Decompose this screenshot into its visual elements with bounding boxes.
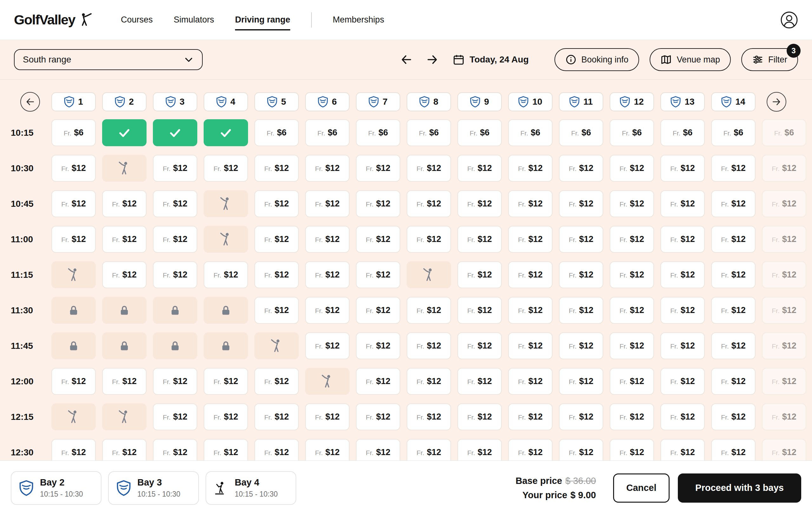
slot-cell-available[interactable]: Fr. $12 — [457, 439, 502, 460]
slot-cell-available[interactable]: Fr. $12 — [711, 297, 756, 324]
slot-cell-available[interactable]: Fr. $12 — [508, 368, 553, 395]
slot-cell-available[interactable]: Fr. $12 — [660, 155, 705, 182]
slot-cell-available[interactable]: Fr. $12 — [660, 226, 705, 253]
next-day-arrow-icon[interactable] — [426, 53, 439, 66]
slot-cell-available[interactable]: Fr. $12 — [305, 297, 350, 324]
slot-cell-available[interactable]: Fr. $12 — [711, 403, 756, 430]
bay-header-chip[interactable]: 11 — [559, 92, 603, 111]
slot-cell-available[interactable]: Fr. $12 — [559, 155, 603, 182]
slot-cell-available[interactable]: Fr. $12 — [407, 155, 451, 182]
scroll-bays-right-button[interactable] — [766, 92, 786, 112]
slot-cell-available[interactable]: Fr. $12 — [559, 368, 603, 395]
slot-cell-available[interactable]: Fr. $12 — [204, 261, 248, 288]
nav-item-simulators[interactable]: Simulators — [174, 15, 214, 25]
slot-cell-available[interactable]: Fr. $12 — [559, 439, 603, 460]
slot-cell-available[interactable]: Fr. $12 — [559, 403, 603, 430]
slot-cell-available[interactable]: Fr. $12 — [356, 261, 400, 288]
slot-cell-available[interactable]: Fr. $12 — [559, 261, 603, 288]
slot-cell-available[interactable]: Fr. $12 — [660, 368, 705, 395]
slot-cell-available[interactable]: Fr. $12 — [660, 332, 705, 359]
slot-cell-available[interactable]: Fr. $12 — [102, 439, 147, 460]
selected-bay-chip[interactable]: Bay 3 10:15 - 10:30 — [108, 471, 199, 505]
slot-cell-available[interactable]: Fr. $12 — [254, 297, 299, 324]
slot-cell-available[interactable]: Fr. $12 — [407, 332, 451, 359]
slot-cell-available[interactable]: Fr. $12 — [356, 190, 400, 217]
filter-button[interactable]: Filter 3 — [741, 48, 798, 71]
slot-cell-available[interactable]: Fr. $12 — [610, 190, 654, 217]
slot-cell-available[interactable]: Fr. $12 — [153, 439, 197, 460]
slot-cell-available[interactable]: Fr. $12 — [407, 403, 451, 430]
slot-cell-available[interactable]: Fr. $12 — [559, 297, 603, 324]
slot-cell-available[interactable]: Fr. $12 — [457, 332, 502, 359]
slot-cell-available[interactable]: Fr. $12 — [51, 368, 96, 395]
slot-cell-available[interactable]: Fr. $12 — [305, 226, 350, 253]
bay-header-chip[interactable]: 8 — [407, 92, 451, 111]
slot-cell-available[interactable]: Fr. $12 — [559, 332, 603, 359]
slot-cell-available[interactable]: Fr. $12 — [102, 368, 147, 395]
slot-cell-available[interactable]: Fr. $12 — [51, 155, 96, 182]
slot-cell-available[interactable]: Fr. $12 — [711, 439, 756, 460]
slot-cell-available[interactable]: Fr. $12 — [457, 403, 502, 430]
slot-cell-selected[interactable] — [153, 119, 197, 146]
slot-cell-available[interactable]: Fr. $12 — [102, 261, 147, 288]
slot-cell-selected[interactable] — [102, 119, 147, 146]
slot-cell-available[interactable]: Fr. $12 — [660, 403, 705, 430]
slot-cell-available[interactable]: Fr. $6 — [508, 119, 553, 146]
slot-cell-available[interactable]: Fr. $12 — [508, 261, 553, 288]
bay-header-chip[interactable]: 9 — [457, 92, 502, 111]
proceed-button[interactable]: Proceed with 3 bays — [678, 474, 801, 503]
slot-cell-available[interactable]: Fr. $12 — [457, 190, 502, 217]
slot-cell-available[interactable]: Fr. $12 — [711, 261, 756, 288]
slot-cell-available[interactable]: Fr. $12 — [508, 297, 553, 324]
slot-cell-available[interactable]: Fr. $12 — [305, 261, 350, 288]
slot-cell-selected[interactable] — [204, 119, 248, 146]
nav-item-courses[interactable]: Courses — [121, 15, 153, 25]
cancel-button[interactable]: Cancel — [613, 474, 670, 503]
slot-cell-available[interactable]: Fr. $12 — [610, 297, 654, 324]
bay-header-chip[interactable]: 4 — [204, 92, 248, 111]
slot-cell-available[interactable]: Fr. $12 — [508, 403, 553, 430]
slot-cell-available[interactable]: Fr. $12 — [254, 261, 299, 288]
slot-cell-available[interactable]: Fr. $12 — [153, 261, 197, 288]
slot-cell-available[interactable]: Fr. $12 — [407, 226, 451, 253]
venue-map-button[interactable]: Venue map — [649, 48, 731, 71]
slot-cell-available[interactable]: Fr. $12 — [660, 190, 705, 217]
bay-header-chip[interactable]: 2 — [102, 92, 147, 111]
slot-cell-available[interactable]: Fr. $12 — [711, 368, 756, 395]
nav-item-driving-range[interactable]: Driving range — [235, 15, 290, 25]
slot-cell-available[interactable]: Fr. $12 — [508, 226, 553, 253]
bay-header-chip[interactable]: 12 — [610, 92, 654, 111]
slot-cell-available[interactable]: Fr. $12 — [254, 226, 299, 253]
slot-cell-available[interactable]: Fr. $12 — [508, 155, 553, 182]
slot-cell-available[interactable]: Fr. $12 — [305, 332, 350, 359]
previous-day-arrow-icon[interactable] — [400, 53, 413, 66]
slot-cell-available[interactable]: Fr. $12 — [153, 226, 197, 253]
selected-bay-chip[interactable]: Bay 2 10:15 - 10:30 — [11, 471, 102, 505]
slot-cell-available[interactable]: Fr. $12 — [153, 155, 197, 182]
bay-header-chip[interactable]: 6 — [305, 92, 350, 111]
slot-cell-available[interactable]: Fr. $12 — [254, 190, 299, 217]
slot-cell-available[interactable]: Fr. $12 — [356, 403, 400, 430]
slot-cell-available[interactable]: Fr. $12 — [305, 155, 350, 182]
slot-cell-available[interactable]: Fr. $6 — [610, 119, 654, 146]
slot-cell-available[interactable]: Fr. $12 — [102, 190, 147, 217]
slot-cell-available[interactable]: Fr. $12 — [610, 226, 654, 253]
slot-cell-available[interactable]: Fr. $12 — [457, 226, 502, 253]
slot-cell-available[interactable]: Fr. $12 — [660, 297, 705, 324]
slot-cell-available[interactable]: Fr. $12 — [610, 403, 654, 430]
slot-cell-available[interactable]: Fr. $12 — [204, 155, 248, 182]
slot-cell-available[interactable]: Fr. $12 — [457, 155, 502, 182]
range-select[interactable]: South range — [14, 49, 203, 70]
bay-header-chip[interactable]: 1 — [51, 92, 96, 111]
slot-cell-available[interactable]: Fr. $12 — [711, 226, 756, 253]
slot-cell-available[interactable]: Fr. $6 — [407, 119, 451, 146]
slot-cell-available[interactable]: Fr. $12 — [407, 439, 451, 460]
slot-cell-available[interactable]: Fr. $6 — [356, 119, 400, 146]
slot-cell-available[interactable]: Fr. $12 — [660, 439, 705, 460]
slot-cell-available[interactable]: Fr. $6 — [457, 119, 502, 146]
slot-cell-available[interactable]: Fr. $12 — [610, 368, 654, 395]
booking-info-button[interactable]: Booking info — [554, 48, 639, 71]
slot-cell-available[interactable]: Fr. $12 — [508, 332, 553, 359]
slot-cell-available[interactable]: Fr. $6 — [254, 119, 299, 146]
bay-header-chip[interactable]: 7 — [356, 92, 400, 111]
